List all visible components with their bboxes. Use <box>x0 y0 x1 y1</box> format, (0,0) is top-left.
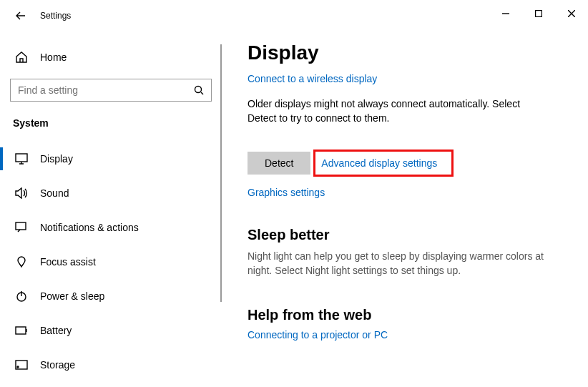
home-label: Home <box>40 52 67 63</box>
nav-battery[interactable]: Battery <box>0 313 222 348</box>
svg-rect-2 <box>16 154 27 162</box>
focus-icon <box>13 256 30 268</box>
link-wireless-display[interactable]: Connect to a wireless display <box>248 73 377 84</box>
sound-icon <box>13 187 30 199</box>
detect-description: Older displays might not always connect … <box>248 97 548 125</box>
detect-button[interactable]: Detect <box>248 152 310 175</box>
notifications-icon <box>13 222 30 233</box>
nav-label: Notifications & actions <box>40 222 139 233</box>
battery-icon <box>13 326 30 335</box>
nav-sound[interactable]: Sound <box>0 176 222 210</box>
back-button[interactable] <box>13 8 29 24</box>
svg-rect-5 <box>16 327 26 334</box>
sleep-heading: Sleep better <box>248 227 567 243</box>
sidebar-scrollbar[interactable] <box>220 44 222 302</box>
svg-rect-3 <box>16 222 26 230</box>
nav-label: Display <box>40 153 73 165</box>
nav-label: Battery <box>40 325 72 336</box>
sidebar: Home System Display <box>0 31 222 387</box>
home-icon <box>13 51 30 64</box>
search-box[interactable] <box>10 79 212 102</box>
nav-label: Focus assist <box>40 256 96 268</box>
nav-focus[interactable]: Focus assist <box>0 245 222 279</box>
nav-label: Storage <box>40 359 75 371</box>
help-heading: Help from the web <box>248 307 567 323</box>
nav-power[interactable]: Power & sleep <box>0 279 222 313</box>
search-input[interactable] <box>16 84 192 97</box>
link-projector[interactable]: Connecting to a projector or PC <box>248 329 388 341</box>
maximize-button[interactable] <box>522 3 555 24</box>
content-area: Display Connect to a wireless display Ol… <box>222 31 588 387</box>
search-icon <box>192 85 205 95</box>
window-controls <box>489 7 588 24</box>
nav-display[interactable]: Display <box>0 142 222 176</box>
section-label: System <box>0 102 222 132</box>
link-graphics-settings[interactable]: Graphics settings <box>248 187 325 198</box>
highlight-advanced-display: Advanced display settings <box>313 150 454 177</box>
storage-icon <box>13 360 30 370</box>
nav-label: Sound <box>40 187 69 199</box>
window-title: Settings <box>40 11 71 21</box>
svg-point-7 <box>17 366 19 368</box>
titlebar: Settings <box>0 0 588 31</box>
link-advanced-display[interactable]: Advanced display settings <box>321 157 437 169</box>
nav-list: Display Sound Notifications & actions <box>0 142 222 382</box>
nav-notifications[interactable]: Notifications & actions <box>0 210 222 245</box>
display-icon <box>13 153 30 165</box>
sleep-description: Night light can help you get to sleep by… <box>248 249 555 278</box>
nav-storage[interactable]: Storage <box>0 348 222 382</box>
page-title: Display <box>248 41 567 64</box>
power-icon <box>13 290 30 302</box>
minimize-button[interactable] <box>489 3 522 24</box>
svg-point-1 <box>195 87 202 93</box>
close-button[interactable] <box>555 3 588 24</box>
nav-label: Power & sleep <box>40 290 104 302</box>
home-nav[interactable]: Home <box>0 44 222 70</box>
svg-rect-0 <box>536 11 542 17</box>
